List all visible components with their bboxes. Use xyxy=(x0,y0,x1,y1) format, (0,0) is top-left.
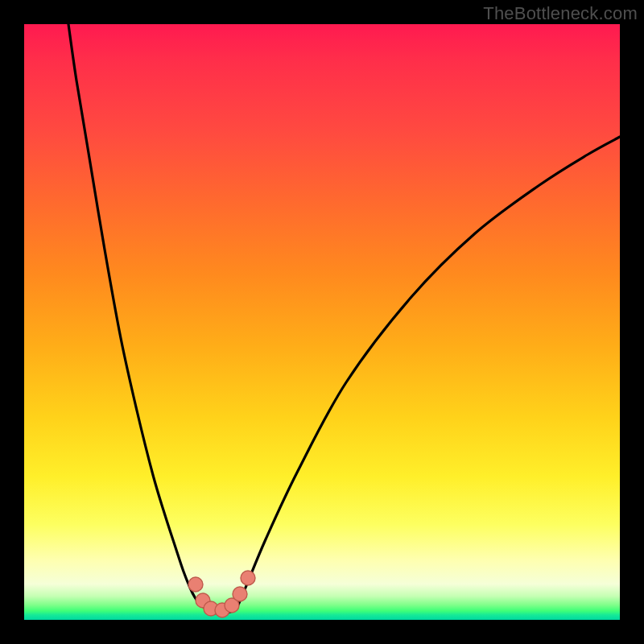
valley-marker-dot xyxy=(233,587,247,601)
valley-marker-dot xyxy=(196,593,210,608)
plot-area xyxy=(24,24,620,620)
valley-marker-dot xyxy=(225,598,239,613)
valley-marker-dot xyxy=(204,601,218,616)
watermark-text: TheBottleneck.com xyxy=(483,3,638,24)
valley-marker-dot xyxy=(188,577,203,592)
chart-frame: TheBottleneck.com xyxy=(0,0,644,644)
valley-marker-dot xyxy=(241,571,255,585)
valley-markers xyxy=(188,571,255,617)
bottleneck-curve xyxy=(68,24,620,613)
curve-layer xyxy=(24,24,620,620)
valley-marker-dot xyxy=(215,603,229,617)
